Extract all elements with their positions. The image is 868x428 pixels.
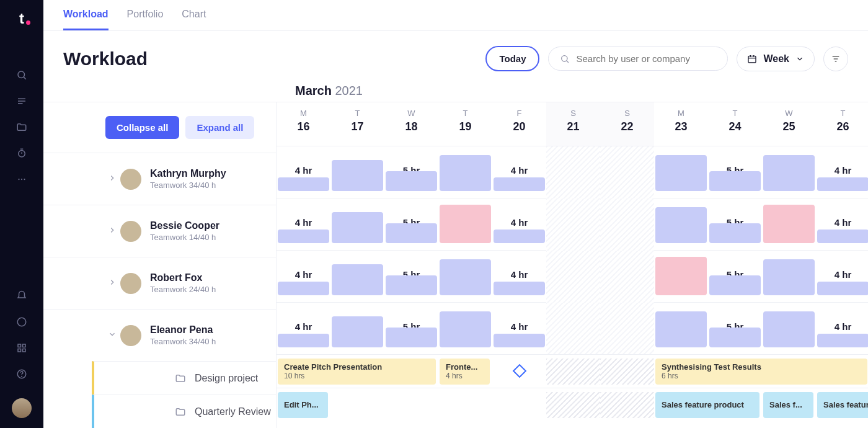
day-header-cell: M23 <box>654 102 708 146</box>
workload-cell[interactable]: 8 hr <box>438 251 492 303</box>
workload-cell[interactable]: 7 hr <box>330 146 384 198</box>
list-icon[interactable] <box>16 96 27 107</box>
user-avatar[interactable] <box>12 398 32 418</box>
workload-cell[interactable]: 4 hr <box>492 303 546 355</box>
workload-cell[interactable]: 9 hr <box>654 251 708 303</box>
search-icon[interactable] <box>16 69 27 81</box>
day-header-cell: M16 <box>277 102 330 146</box>
expand-all-button[interactable]: Expand all <box>185 116 254 139</box>
task-bar[interactable]: Sales feature product <box>817 392 868 418</box>
chevron-icon[interactable] <box>108 278 117 289</box>
workload-cell[interactable]: 4 hr <box>492 251 546 303</box>
svg-point-10 <box>24 179 25 180</box>
workload-cell[interactable]: 7 hr <box>330 303 384 355</box>
workload-cell <box>600 146 654 198</box>
tab-workload[interactable]: Workload <box>63 9 108 30</box>
month-label: March 2021 <box>43 84 868 102</box>
workload-cell <box>546 146 600 198</box>
app-logo[interactable]: t <box>19 10 24 27</box>
day-header-cell: T19 <box>438 102 492 146</box>
day-header-cell: S22 <box>600 102 654 146</box>
today-button[interactable]: Today <box>485 46 539 71</box>
timer-icon[interactable] <box>16 148 27 159</box>
workload-cell[interactable]: 9 hr <box>438 198 492 251</box>
filter-button[interactable] <box>823 47 848 71</box>
workload-cell[interactable]: 8 hr <box>654 198 708 251</box>
workload-cell[interactable]: 5 hr <box>708 146 762 198</box>
chevron-icon[interactable] <box>108 330 117 341</box>
workload-cell[interactable]: 4 hr <box>816 303 868 355</box>
task-bar[interactable]: Fronte... 4 hrs <box>440 359 490 385</box>
chevron-icon[interactable] <box>108 174 117 185</box>
workload-cell[interactable]: 5 hr <box>708 303 762 355</box>
workload-cell[interactable]: 8 hr <box>762 303 816 355</box>
svg-point-11 <box>17 318 26 326</box>
workload-row: 4 hr 7 hr 5 hr 9 hr 4 hr 8 hr 5 hr 9 hr … <box>277 198 868 250</box>
workload-cell[interactable]: 5 hr <box>384 251 438 303</box>
task-bar[interactable]: Synthesising Test Results 6 hrs <box>655 359 867 385</box>
project-row-design[interactable]: Design project <box>92 361 276 395</box>
person-subtitle: Teamwork 14/40 h <box>150 233 219 242</box>
workload-cell[interactable]: 4 hr <box>816 198 868 251</box>
person-row[interactable]: Robert Fox Teamwork 24/40 h <box>43 257 276 309</box>
more-icon[interactable] <box>16 174 27 185</box>
workload-cell[interactable]: 8 hr <box>762 251 816 303</box>
day-header-cell: T26 <box>816 102 868 146</box>
workload-cell[interactable]: 4 hr <box>277 198 330 251</box>
bell-icon[interactable] <box>16 290 27 304</box>
workload-cell[interactable]: 9 hr <box>762 198 816 251</box>
calendar-icon <box>747 54 757 64</box>
person-row[interactable]: Bessie Cooper Teamwork 14/40 h <box>43 205 276 257</box>
chevron-icon[interactable] <box>108 226 117 237</box>
workload-cell <box>600 303 654 355</box>
workload-cell[interactable]: 4 hr <box>277 251 330 303</box>
workload-cell[interactable]: 5 hr <box>384 198 438 251</box>
workload-cell[interactable]: 4 hr <box>816 146 868 198</box>
svg-point-9 <box>21 179 22 180</box>
workload-cell[interactable]: 7 hr <box>330 198 384 251</box>
project-row-review[interactable]: Quarterly Review <box>92 395 276 428</box>
svg-rect-20 <box>748 56 756 63</box>
grid-icon[interactable] <box>16 342 27 356</box>
workload-cell[interactable]: 8 hr <box>654 303 708 355</box>
person-avatar <box>120 273 141 294</box>
workload-cell[interactable]: 5 hr <box>708 251 762 303</box>
milestone-icon[interactable] <box>513 364 527 378</box>
folder-icon <box>175 406 186 417</box>
workload-cell[interactable]: 4 hr <box>492 198 546 251</box>
workload-cell[interactable]: 5 hr <box>384 303 438 355</box>
workload-cell[interactable]: 8 hr <box>438 303 492 355</box>
task-bar[interactable]: Edit Ph... <box>278 392 328 418</box>
folder-icon[interactable] <box>16 122 27 133</box>
task-bar[interactable]: Create Pitch Presentation 10 hrs <box>278 359 436 385</box>
tab-chart[interactable]: Chart <box>182 9 206 30</box>
day-header-cell: T24 <box>708 102 762 146</box>
period-select[interactable]: Week <box>737 47 815 71</box>
workload-cell[interactable]: 7 hr <box>330 251 384 303</box>
search-field[interactable] <box>548 47 728 71</box>
workload-cell[interactable]: 8 hr <box>438 146 492 198</box>
person-row[interactable]: Kathryn Murphy Teamwork 34/40 h <box>43 153 276 205</box>
workload-cell[interactable]: 8 hr <box>762 146 816 198</box>
workload-cell[interactable]: 5 hr <box>708 198 762 251</box>
task-bar[interactable]: Sales feature product <box>655 392 760 418</box>
workload-cell[interactable]: 4 hr <box>816 251 868 303</box>
workload-cell[interactable]: 8 hr <box>654 146 708 198</box>
workload-cell[interactable]: 4 hr <box>277 303 330 355</box>
tab-portfolio[interactable]: Portfolio <box>127 9 164 30</box>
help-icon[interactable] <box>16 368 27 382</box>
day-header-cell: W18 <box>384 102 438 146</box>
workload-cell[interactable]: 4 hr <box>277 146 330 198</box>
workload-cell <box>546 198 600 251</box>
workload-cell[interactable]: 4 hr <box>492 146 546 198</box>
task-bar[interactable]: Sales f... <box>763 392 813 418</box>
chat-icon[interactable] <box>16 316 27 330</box>
person-row[interactable]: Eleanor Pena Teamwork 34/40 h <box>43 309 276 361</box>
collapse-all-button[interactable]: Collapse all <box>105 116 179 139</box>
search-input[interactable] <box>576 53 716 64</box>
svg-rect-14 <box>18 349 21 352</box>
search-icon <box>560 54 570 64</box>
person-name: Kathryn Murphy <box>150 168 226 179</box>
svg-rect-12 <box>18 344 21 347</box>
workload-cell[interactable]: 5 hr <box>384 146 438 198</box>
